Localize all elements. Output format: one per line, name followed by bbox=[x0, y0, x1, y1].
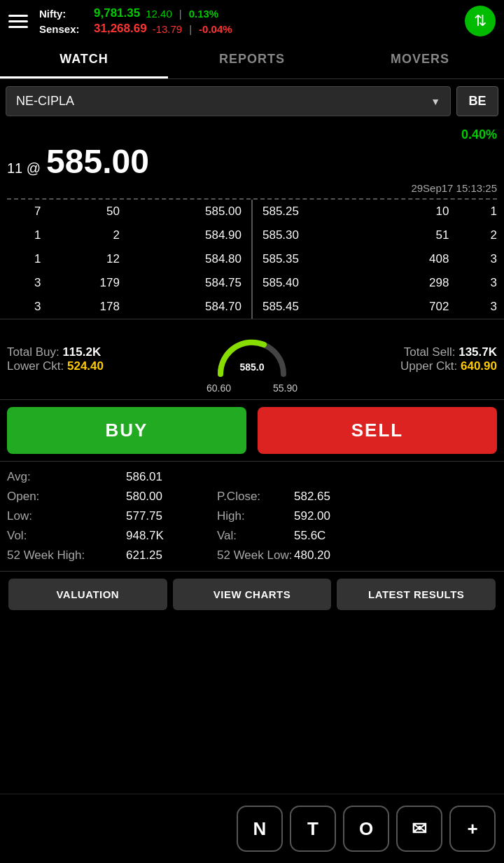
buy-button[interactable]: BUY bbox=[7, 407, 246, 454]
week52high-value: 621.25 bbox=[126, 548, 210, 562]
sell-orders-cell: 51 bbox=[377, 223, 456, 247]
buy-orders-cell: 2 bbox=[48, 223, 127, 247]
nav-plus-button[interactable]: + bbox=[449, 806, 496, 852]
bottom-action-buttons: VALUATION VIEW CHARTS LATEST RESULTS bbox=[0, 572, 504, 617]
sell-qty-cell: 3 bbox=[456, 295, 504, 319]
sensex-row: Sensex: 31,268.69 -13.79 | -0.04% bbox=[39, 22, 454, 36]
low-label: Low: bbox=[7, 509, 126, 523]
hamburger-menu[interactable] bbox=[8, 15, 28, 28]
high-label: High: bbox=[210, 509, 294, 523]
sensex-separator2: | bbox=[189, 23, 192, 35]
stock-selector-row: NE-CIPLA ▼ BE bbox=[0, 79, 504, 123]
sell-price-cell: 585.30 bbox=[252, 223, 377, 247]
pclose-label: P.Close: bbox=[210, 490, 294, 504]
vol-value: 948.7K bbox=[126, 529, 210, 543]
valuation-button[interactable]: VALUATION bbox=[8, 579, 167, 610]
sell-qty-cell: 1 bbox=[456, 200, 504, 223]
price-datetime: 29Sep17 15:13:25 bbox=[7, 181, 497, 194]
nifty-separator: | bbox=[179, 8, 182, 20]
sell-qty-cell: 3 bbox=[456, 271, 504, 295]
nifty-pct: 0.13% bbox=[189, 8, 219, 20]
open-label: Open: bbox=[7, 490, 126, 504]
table-row: 1 12 584.80 585.35 408 3 bbox=[0, 247, 504, 271]
buy-price-cell: 584.80 bbox=[127, 247, 252, 271]
table-row: 3 179 584.75 585.40 298 3 bbox=[0, 271, 504, 295]
gauge-right-label: 55.90 bbox=[273, 382, 298, 394]
buy-qty-cell: 1 bbox=[0, 223, 48, 247]
sell-qty-cell: 2 bbox=[456, 223, 504, 247]
action-buttons: BUY SELL bbox=[0, 400, 504, 461]
header: Nifty: 9,781.35 12.40 | 0.13% Sensex: 31… bbox=[0, 0, 504, 42]
nifty-label: Nifty: bbox=[39, 8, 88, 20]
sell-button[interactable]: SELL bbox=[258, 407, 497, 454]
summary-left: Total Buy: 115.2K Lower Ckt: 524.40 bbox=[7, 345, 203, 373]
lower-ckt-label: Lower Ckt: bbox=[7, 359, 64, 373]
buy-price-cell: 584.90 bbox=[127, 223, 252, 247]
sell-price-cell: 585.45 bbox=[252, 295, 377, 319]
sell-orders-cell: 298 bbox=[377, 271, 456, 295]
total-sell-label: Total Sell: bbox=[404, 345, 456, 359]
sell-price-cell: 585.35 bbox=[252, 247, 377, 271]
total-buy-value: 115.2K bbox=[62, 345, 101, 359]
tab-watch[interactable]: WATCH bbox=[0, 42, 168, 78]
week52low-label: 52 Week Low: bbox=[210, 548, 294, 562]
vol-label: Vol: bbox=[7, 529, 126, 543]
buy-orders-cell: 179 bbox=[48, 271, 127, 295]
avg-label: Avg: bbox=[7, 470, 126, 484]
pclose-value: 582.65 bbox=[294, 490, 330, 504]
buy-qty-cell: 7 bbox=[0, 200, 48, 223]
table-row: 1 2 584.90 585.30 51 2 bbox=[0, 223, 504, 247]
tab-reports[interactable]: REPORTS bbox=[168, 42, 336, 78]
low-value: 577.75 bbox=[126, 509, 210, 523]
vol-row: Vol: 948.7K Val: 55.6C bbox=[7, 526, 497, 546]
latest-results-button[interactable]: LATEST RESULTS bbox=[337, 579, 496, 610]
buy-price-cell: 585.00 bbox=[127, 200, 252, 223]
nav-o-button[interactable]: O bbox=[343, 806, 389, 852]
nav-mail-button[interactable]: ✉ bbox=[396, 806, 442, 852]
sell-orders-cell: 10 bbox=[377, 200, 456, 223]
refresh-button[interactable]: ⇅ bbox=[465, 6, 496, 36]
summary-row: Total Buy: 115.2K Lower Ckt: 524.40 585.… bbox=[0, 319, 504, 399]
buy-price-cell: 584.70 bbox=[127, 295, 252, 319]
nav-n-button[interactable]: N bbox=[237, 806, 283, 852]
gauge-container: 585.0 60.60 55.90 bbox=[203, 325, 301, 394]
buy-qty-cell: 1 bbox=[0, 247, 48, 271]
sell-orders-cell: 408 bbox=[377, 247, 456, 271]
pct-change: 0.40% bbox=[7, 127, 497, 142]
buy-orders-cell: 12 bbox=[48, 247, 127, 271]
open-row: Open: 580.00 P.Close: 582.65 bbox=[7, 487, 497, 506]
val-value: 55.6C bbox=[294, 529, 326, 543]
avg-value: 586.01 bbox=[126, 470, 210, 484]
total-buy-row: Total Buy: 115.2K bbox=[7, 345, 203, 359]
buy-qty-cell: 3 bbox=[0, 271, 48, 295]
avg-row: Avg: 586.01 bbox=[7, 467, 497, 487]
tab-movers[interactable]: MOVERS bbox=[336, 42, 504, 78]
nav-t-button[interactable]: T bbox=[290, 806, 336, 852]
low-row: Low: 577.75 High: 592.00 bbox=[7, 506, 497, 526]
price-divider bbox=[7, 198, 497, 200]
buy-price-cell: 584.75 bbox=[127, 271, 252, 295]
gauge-labels: 60.60 55.90 bbox=[206, 382, 298, 394]
dropdown-arrow-icon: ▼ bbox=[430, 96, 440, 107]
sensex-label: Sensex: bbox=[39, 23, 88, 35]
be-button[interactable]: BE bbox=[456, 86, 498, 116]
upper-ckt-value: 640.90 bbox=[461, 359, 497, 373]
bottom-nav: N T O ✉ + bbox=[0, 794, 504, 863]
stock-dropdown[interactable]: NE-CIPLA ▼ bbox=[6, 86, 451, 116]
open-value: 580.00 bbox=[126, 490, 210, 504]
sell-price-cell: 585.40 bbox=[252, 271, 377, 295]
total-buy-label: Total Buy: bbox=[7, 345, 59, 359]
refresh-icon: ⇅ bbox=[474, 12, 486, 30]
price-section: 0.40% 11 @ 585.00 29Sep17 15:13:25 bbox=[0, 123, 504, 200]
total-sell-value: 135.7K bbox=[458, 345, 497, 359]
lower-ckt-row: Lower Ckt: 524.40 bbox=[7, 359, 203, 373]
buy-orders-cell: 178 bbox=[48, 295, 127, 319]
sensex-value: 31,268.69 bbox=[94, 22, 147, 36]
high-value: 592.00 bbox=[294, 509, 330, 523]
buy-qty-cell: 3 bbox=[0, 295, 48, 319]
sell-qty-cell: 3 bbox=[456, 247, 504, 271]
view-charts-button[interactable]: VIEW CHARTS bbox=[173, 579, 332, 610]
total-sell-row: Total Sell: 135.7K bbox=[301, 345, 497, 359]
upper-ckt-label: Upper Ckt: bbox=[400, 359, 457, 373]
price-value: 585.00 bbox=[46, 142, 149, 181]
